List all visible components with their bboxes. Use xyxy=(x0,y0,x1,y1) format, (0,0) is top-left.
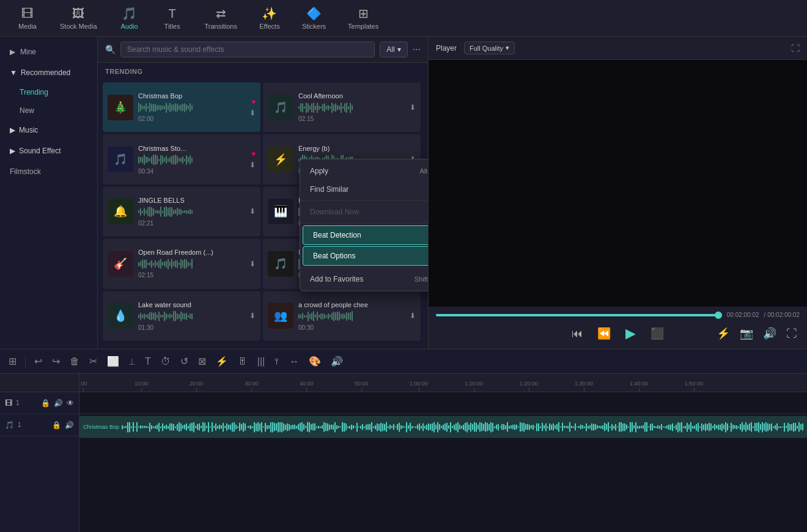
context-beat-options[interactable]: Beat Options xyxy=(303,246,428,266)
heart-icon[interactable]: ♥ xyxy=(251,98,256,106)
sidebar-mine-label: Mine xyxy=(20,48,36,56)
track-item[interactable]: 🎵 Cool Afternoon 02:15 ⬇ xyxy=(263,82,421,132)
apply-label: Apply xyxy=(310,167,328,175)
tl-motion-button[interactable]: ↔ xyxy=(286,354,303,370)
tl-redo-button[interactable]: ↪ xyxy=(48,353,64,370)
tl-stabilize-button[interactable]: ⫯ xyxy=(271,354,283,370)
toolbar-effects[interactable]: ✨ Effects xyxy=(248,2,291,35)
snapshot-button[interactable]: 📷 xyxy=(737,324,756,343)
sidebar-item-new[interactable]: New xyxy=(0,101,97,120)
download-icon[interactable]: ⬇ xyxy=(410,312,416,320)
context-beat-detection[interactable]: Beat Detection ▶ xyxy=(303,225,428,245)
download-icon[interactable]: ⬇ xyxy=(249,161,256,169)
download-icon[interactable]: ⬇ xyxy=(249,260,256,268)
speaker-icon[interactable]: 🔊 xyxy=(54,399,63,407)
tl-beats-button[interactable]: ||| xyxy=(254,354,268,370)
add-favorites-label: Add to Favorites xyxy=(310,275,363,283)
more-options-button[interactable]: ··· xyxy=(413,44,421,55)
frame-back-button[interactable]: ⏪ xyxy=(595,324,613,343)
download-icon[interactable]: ⬇ xyxy=(249,207,256,216)
toolbar-stock-label: Stock Media xyxy=(60,23,97,30)
toolbar-stickers-label: Stickers xyxy=(302,23,326,30)
sidebar-section-music[interactable]: ▶ Music xyxy=(0,120,97,140)
download-icon[interactable]: ⬇ xyxy=(410,103,416,112)
speaker-a1-icon[interactable]: 🔊 xyxy=(65,421,74,429)
sidebar-item-mine[interactable]: ▶ Mine xyxy=(0,42,97,62)
eye-icon[interactable]: 👁 xyxy=(67,399,74,407)
player-expand-icon[interactable]: ⛶ xyxy=(791,43,800,53)
timeline-content: 🎞 1 🔒 🔊 👁 🎵 1 🔒 🔊 :0010:0020:0030:0040:0… xyxy=(0,374,807,532)
track-time: 00:30 xyxy=(298,324,405,331)
sidebar-section-recommended[interactable]: ▼ Recommended xyxy=(0,62,97,83)
download-icon[interactable]: ⬇ xyxy=(249,109,256,117)
tl-reverse-button[interactable]: ↺ xyxy=(177,353,192,370)
track-actions: ⬇ xyxy=(249,260,256,268)
progress-bar[interactable] xyxy=(436,314,722,316)
volume-button[interactable]: 🔊 xyxy=(761,324,779,343)
track-actions: ⬇ xyxy=(249,207,256,216)
stickers-icon: 🔷 xyxy=(306,6,322,21)
tl-audio-adjust[interactable]: 🎚 xyxy=(234,354,251,370)
lock-a1-icon[interactable]: 🔒 xyxy=(52,421,61,429)
timeline-toolbar: ⊞ ↩ ↪ 🗑 ✂ ⬜ ⟂ T ⏱ ↺ ⊠ ⚡ 🎚 ||| ⫯ ↔ 🎨 🔊 xyxy=(0,349,807,374)
sidebar-item-trending[interactable]: Trending xyxy=(0,83,97,101)
progress-fill xyxy=(436,314,722,316)
tl-cut-button[interactable]: ✂ xyxy=(86,353,101,370)
track-name: Christmas Sto... xyxy=(138,145,245,152)
tl-trim-button[interactable]: ⟂ xyxy=(125,354,139,370)
track-actions: ♥ ⬇ xyxy=(249,150,256,169)
toolbar-stock[interactable]: 🖼 Stock Media xyxy=(49,2,108,35)
toolbar-templates[interactable]: ⊞ Templates xyxy=(337,2,389,35)
toolbar-stickers[interactable]: 🔷 Stickers xyxy=(291,2,337,35)
ruler-mark: 10:00 xyxy=(134,381,149,392)
titles-icon: T xyxy=(168,7,175,21)
toolbar-audio[interactable]: 🎵 Audio xyxy=(108,2,151,35)
player-title: Player xyxy=(436,44,457,53)
track-item[interactable]: 🎵 Christmas Sto... 00:34 ♥ ⬇ xyxy=(103,134,260,184)
toolbar-titles[interactable]: T Titles xyxy=(151,2,194,35)
media-icon: 🎞 xyxy=(21,7,34,21)
search-input[interactable] xyxy=(120,42,375,57)
download-icon[interactable]: ⬇ xyxy=(249,312,256,320)
context-add-favorites[interactable]: Add to Favorites Shift+F xyxy=(300,270,428,288)
tl-crop-button[interactable]: ⬜ xyxy=(103,353,123,370)
play-button[interactable]: ▶ xyxy=(623,323,638,344)
tl-text-button[interactable]: T xyxy=(141,354,155,370)
audio-track-clip[interactable]: Christmas Bop xyxy=(79,416,807,438)
context-download-now[interactable]: Download Now xyxy=(300,203,428,221)
fullscreen-button[interactable]: ⛶ xyxy=(784,324,800,343)
skip-back-button[interactable]: ⏮ xyxy=(569,325,585,343)
toolbar-media[interactable]: 🎞 Media xyxy=(6,2,49,35)
quality-select[interactable]: Full Quality ▾ xyxy=(464,42,515,54)
track-item[interactable]: 🎸 Open Road Freedom (...) 02:15 ⬇ xyxy=(103,239,260,288)
sidebar-item-filmstock[interactable]: Filmstock xyxy=(0,161,97,182)
tl-scenes-button[interactable]: ⊞ xyxy=(5,353,20,370)
find-similar-label: Find Similar xyxy=(310,185,348,194)
track-item[interactable]: 👥 a crowd of people chee 00:30 ⬇ xyxy=(263,291,421,341)
lock-icon[interactable]: 🔒 xyxy=(41,399,50,407)
ruler-mark: :00 xyxy=(79,381,87,392)
context-apply[interactable]: Apply Alt+A xyxy=(300,162,428,180)
tl-audio-button[interactable]: 🔊 xyxy=(327,353,347,370)
split-button[interactable]: ⚡ xyxy=(714,324,732,343)
track-item[interactable]: 💧 Lake water sound 01:30 ⬇ xyxy=(103,291,260,341)
context-find-similar[interactable]: Find Similar xyxy=(300,180,428,199)
search-filter-dropdown[interactable]: All ▾ xyxy=(380,42,407,57)
track-name: a crowd of people chee xyxy=(298,301,405,308)
stop-button[interactable]: ⬛ xyxy=(648,324,666,343)
player-section: Player Full Quality ▾ ⛶ 00:02:00:02 / 00… xyxy=(428,37,807,349)
tl-undo-button[interactable]: ↩ xyxy=(31,353,46,370)
tl-delete-button[interactable]: 🗑 xyxy=(66,354,83,370)
tl-time-button[interactable]: ⏱ xyxy=(157,354,174,370)
tl-transform-button[interactable]: ⊠ xyxy=(194,353,210,370)
stock-icon: 🖼 xyxy=(72,7,84,21)
track-item[interactable]: 🔔 JINGLE BELLS 02:21 ⬇ xyxy=(103,187,260,236)
tl-color-button[interactable]: 🎨 xyxy=(305,353,325,370)
heart-icon[interactable]: ♥ xyxy=(251,150,256,158)
sidebar-section-soundeffect[interactable]: ▶ Sound Effect xyxy=(0,140,97,161)
bottom-section: ⊞ ↩ ↪ 🗑 ✂ ⬜ ⟂ T ⏱ ↺ ⊠ ⚡ 🎚 ||| ⫯ ↔ 🎨 🔊 🎞 … xyxy=(0,349,807,532)
track-item[interactable]: 🎄 Christmas Bop 02:00 ♥ ⬇ xyxy=(103,82,260,132)
tl-speed-button[interactable]: ⚡ xyxy=(212,353,232,370)
toolbar-transitions[interactable]: ⇄ Transitions xyxy=(194,2,248,35)
track-info: JINGLE BELLS 02:21 xyxy=(138,197,245,227)
